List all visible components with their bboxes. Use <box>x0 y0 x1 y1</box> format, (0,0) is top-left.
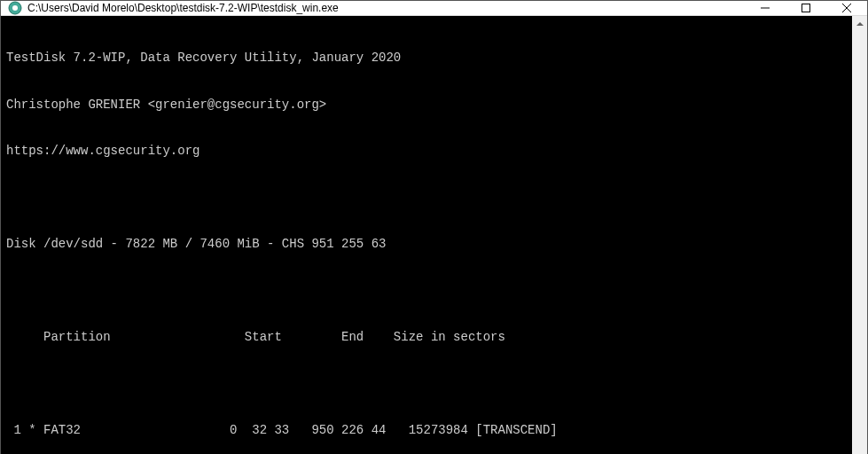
partition-row: 1 * FAT32 0 32 33 950 226 44 15273984 [T… <box>6 423 847 439</box>
partition-table-header: Partition Start End Size in sectors <box>6 330 847 346</box>
close-button[interactable] <box>826 1 867 15</box>
svg-point-1 <box>12 5 18 11</box>
titlebar: C:\Users\David Morelo\Desktop\testdisk-7… <box>1 1 867 16</box>
window-title: C:\Users\David Morelo\Desktop\testdisk-7… <box>27 2 745 14</box>
author-line: Christophe GRENIER <grenier@cgsecurity.o… <box>6 98 847 114</box>
content-area: TestDisk 7.2-WIP, Data Recovery Utility,… <box>1 16 867 454</box>
scroll-up-button[interactable] <box>852 16 867 31</box>
minimize-button[interactable] <box>745 1 786 15</box>
app-window: C:\Users\David Morelo\Desktop\testdisk-7… <box>0 0 868 454</box>
disk-info-line: Disk /dev/sdd - 7822 MB / 7460 MiB - CHS… <box>6 237 847 253</box>
app-icon <box>8 1 22 15</box>
app-header-line: TestDisk 7.2-WIP, Data Recovery Utility,… <box>6 51 847 67</box>
vertical-scrollbar[interactable] <box>852 16 867 454</box>
svg-rect-3 <box>802 4 810 12</box>
maximize-button[interactable] <box>786 1 826 15</box>
blank-line <box>6 284 847 300</box>
url-line: https://www.cgsecurity.org <box>6 144 847 160</box>
svg-marker-6 <box>856 22 864 26</box>
blank-line <box>6 377 847 393</box>
terminal[interactable]: TestDisk 7.2-WIP, Data Recovery Utility,… <box>1 16 852 454</box>
blank-line <box>6 191 847 207</box>
window-controls <box>745 1 867 15</box>
